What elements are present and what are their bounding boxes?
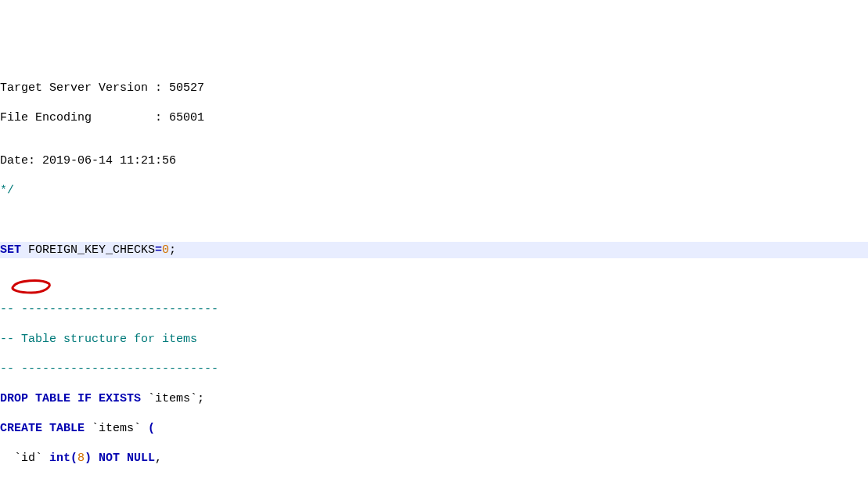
semi: ; [169,243,176,257]
keyword-drop: DROP TABLE IF EXISTS [0,392,141,405]
column-id: `id` int(8) NOT NULL, [0,450,868,466]
col-name: `id` [0,452,49,465]
text-fk: FOREIGN_KEY_CHECKS [21,243,155,257]
create-table: CREATE TABLE `items` ( [0,420,868,437]
comment-table-structure: -- Table structure for items [0,331,868,347]
comment-file-encoding: File Encoding : 65001 [0,110,868,126]
comma: , [155,452,162,465]
blank-line [0,212,868,229]
type-int: int [49,452,70,465]
paren: ( [70,452,77,465]
size: 8 [77,452,85,465]
dashes: -- ---------------------------- [0,361,868,377]
comment-close: */ [0,182,868,199]
blank-line [0,272,868,288]
sql-code-block: Target Server Version : 50527 File Encod… [0,67,868,486]
set-foreign-key-checks: SET FOREIGN_KEY_CHECKS=0; [0,242,868,258]
not-null: NOT NULL [92,452,155,465]
value-zero: 0 [162,243,169,257]
comment-target-server: Target Server Version : 50527 [0,80,868,96]
paren-open: ( [148,422,155,435]
table-name: `items`; [141,392,204,405]
drop-table: DROP TABLE IF EXISTS `items`; [0,391,868,407]
table-name: `items` [85,422,148,435]
keyword-set: SET [0,243,21,257]
keyword-create: CREATE TABLE [0,422,85,435]
comment-date: Date: 2019-06-14 11:21:56 [0,153,868,169]
dashes: -- ---------------------------- [0,301,868,318]
paren: ) [85,452,92,465]
blank-line [0,480,868,486]
op-eq: = [155,243,162,257]
